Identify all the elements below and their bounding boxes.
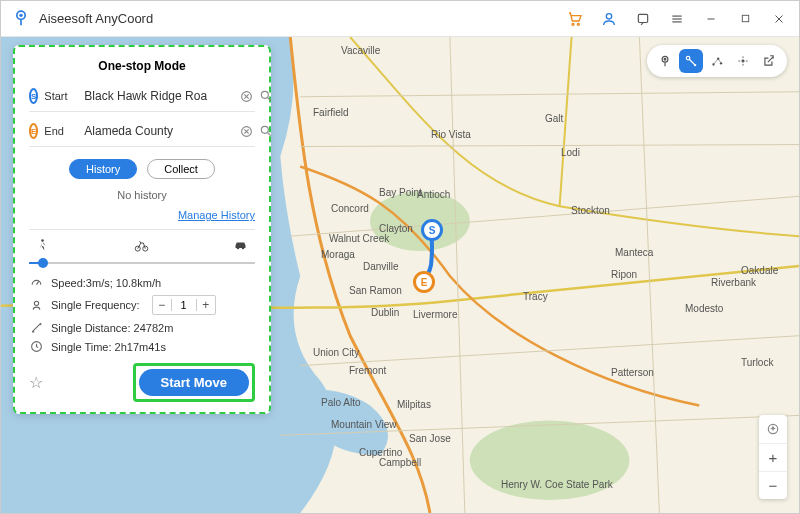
tool-export-icon[interactable] (757, 49, 781, 73)
empty-history-text: No history (29, 189, 255, 201)
start-pin-icon: S (29, 88, 38, 104)
route-end-marker: E (413, 271, 435, 293)
frequency-stepper[interactable]: − + (152, 295, 216, 315)
svg-point-30 (41, 239, 44, 242)
zoom-out-button[interactable]: − (759, 471, 787, 499)
walk-icon[interactable] (35, 238, 50, 256)
route-start-marker: S (421, 219, 443, 241)
speed-mode-icons (29, 238, 255, 256)
start-label: Start (44, 90, 72, 102)
svg-point-4 (606, 13, 611, 18)
end-input[interactable] (84, 124, 234, 138)
search-end-icon[interactable] (259, 122, 273, 140)
clear-end-icon[interactable] (240, 122, 253, 140)
manage-history-link[interactable]: Manage History (29, 209, 255, 221)
end-location-row: E End (29, 118, 255, 147)
start-input[interactable] (84, 89, 234, 103)
app-title: Aiseesoft AnyCoord (39, 11, 557, 26)
tab-history[interactable]: History (69, 159, 137, 179)
svg-point-1 (19, 13, 22, 16)
start-move-button[interactable]: Start Move (139, 369, 249, 396)
favorite-icon[interactable]: ☆ (29, 373, 43, 392)
speed-slider[interactable] (29, 262, 255, 264)
zoom-in-button[interactable]: + (759, 443, 787, 471)
svg-rect-10 (742, 15, 748, 21)
onestop-panel: One-stop Mode S Start E End History Coll… (13, 45, 271, 414)
layer-button[interactable] (759, 415, 787, 443)
start-move-highlight: Start Move (133, 363, 255, 402)
svg-point-33 (34, 301, 38, 305)
zoom-control: + − (759, 415, 787, 499)
map-mode-toolbar (647, 45, 787, 77)
bike-icon[interactable] (133, 238, 150, 256)
tab-collect[interactable]: Collect (147, 159, 215, 179)
title-bar: Aiseesoft AnyCoord (1, 1, 799, 37)
window-controls (565, 9, 789, 29)
start-location-row: S Start (29, 83, 255, 112)
car-icon[interactable] (232, 238, 249, 256)
frequency-icon (29, 299, 43, 312)
svg-point-20 (695, 65, 696, 66)
freq-plus-button[interactable]: + (197, 296, 215, 314)
end-pin-icon: E (29, 123, 38, 139)
freq-input[interactable] (171, 299, 197, 311)
svg-point-2 (572, 23, 574, 25)
clear-start-icon[interactable] (240, 87, 253, 105)
svg-point-18 (664, 58, 666, 60)
maximize-button[interactable] (735, 9, 755, 29)
time-stat: Single Time: 2h17m41s (29, 340, 255, 353)
close-button[interactable] (769, 9, 789, 29)
tool-pin-icon[interactable] (653, 49, 677, 73)
distance-icon (29, 321, 43, 334)
end-label: End (44, 125, 72, 137)
frequency-stat: Single Frequency: − + (29, 295, 255, 315)
svg-point-24 (742, 60, 744, 62)
mode-title: One-stop Mode (29, 59, 255, 73)
distance-stat: Single Distance: 24782m (29, 321, 255, 334)
search-start-icon[interactable] (259, 87, 273, 105)
menu-icon[interactable] (667, 9, 687, 29)
svg-point-27 (262, 91, 269, 98)
feedback-icon[interactable] (633, 9, 653, 29)
freq-minus-button[interactable]: − (153, 296, 171, 314)
cart-icon[interactable] (565, 9, 585, 29)
minimize-button[interactable] (701, 9, 721, 29)
app-logo-icon (11, 7, 31, 31)
speed-icon (29, 276, 43, 289)
svg-point-29 (262, 126, 269, 133)
user-icon[interactable] (599, 9, 619, 29)
clock-icon (29, 340, 43, 353)
tool-multi-icon[interactable] (705, 49, 729, 73)
tool-route-icon[interactable] (679, 49, 703, 73)
tool-joystick-icon[interactable] (731, 49, 755, 73)
svg-point-3 (577, 23, 579, 25)
divider (29, 229, 255, 230)
speed-stat: Speed:3m/s; 10.8km/h (29, 276, 255, 289)
svg-rect-5 (638, 14, 647, 22)
tabs-row: History Collect (29, 159, 255, 179)
panel-footer: ☆ Start Move (29, 363, 255, 402)
